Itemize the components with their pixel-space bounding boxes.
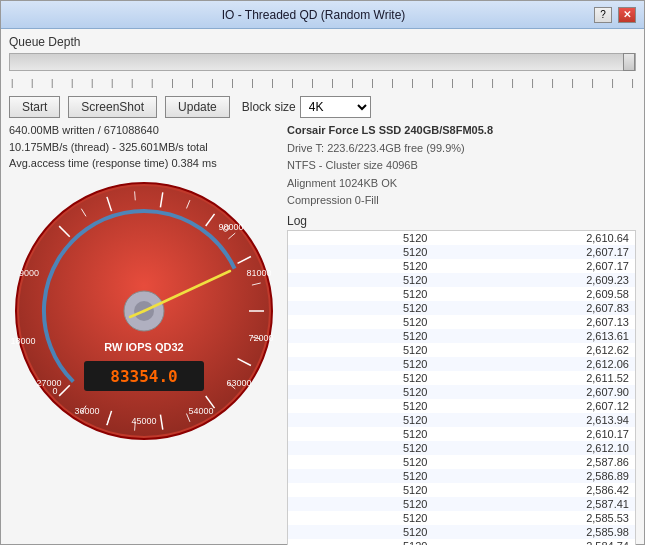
log-col1: 5120	[288, 301, 439, 315]
log-col1: 5120	[288, 245, 439, 259]
log-row: 51202,587.41	[288, 497, 635, 511]
gauge-svg: 0 0 9000 18000 27000	[9, 176, 279, 446]
queue-depth-slider[interactable]	[9, 53, 636, 71]
queue-depth-section: Queue Depth | | | | | | | | | | | | | | …	[9, 35, 636, 88]
log-col1: 5120	[288, 455, 439, 469]
log-col2: 2,587.86	[439, 455, 635, 469]
stat-avg-access: Avg.access time (response time) 0.384 ms	[9, 155, 279, 172]
log-col2: 2,587.41	[439, 497, 635, 511]
log-col2: 2,612.10	[439, 441, 635, 455]
log-row: 51202,611.52	[288, 371, 635, 385]
svg-text:9000: 9000	[19, 268, 39, 278]
log-row: 51202,612.62	[288, 343, 635, 357]
log-table: 51202,610.6451202,607.1751202,607.175120…	[288, 231, 635, 545]
help-button[interactable]: ?	[594, 7, 612, 23]
log-col1: 5120	[288, 329, 439, 343]
log-col1: 5120	[288, 385, 439, 399]
log-row: 51202,587.86	[288, 455, 635, 469]
log-col2: 2,612.62	[439, 343, 635, 357]
slider-container	[9, 51, 636, 76]
log-col1: 5120	[288, 231, 439, 245]
log-col1: 5120	[288, 525, 439, 539]
log-col1: 5120	[288, 441, 439, 455]
content-area: Queue Depth | | | | | | | | | | | | | | …	[1, 29, 644, 545]
log-col2: 2,613.61	[439, 329, 635, 343]
log-row: 51202,612.06	[288, 357, 635, 371]
log-col1: 5120	[288, 427, 439, 441]
log-row: 51202,586.42	[288, 483, 635, 497]
log-row: 51202,607.12	[288, 399, 635, 413]
block-size-group: Block size 4K 512 1K 2K 8K 16K 32K 64K 1…	[242, 96, 371, 118]
log-col2: 2,613.94	[439, 413, 635, 427]
title-bar: IO - Threaded QD (Random Write) ? ✕	[1, 1, 644, 29]
svg-text:83354.0: 83354.0	[110, 367, 177, 386]
queue-depth-label: Queue Depth	[9, 35, 636, 49]
log-col2: 2,607.17	[439, 245, 635, 259]
right-panel: Corsair Force LS SSD 240GB/S8FM05.8 Driv…	[287, 122, 636, 545]
log-row: 51202,607.17	[288, 259, 635, 273]
main-window: IO - Threaded QD (Random Write) ? ✕ Queu…	[0, 0, 645, 545]
log-row: 51202,586.89	[288, 469, 635, 483]
log-col2: 2,610.17	[439, 427, 635, 441]
log-col2: 2,607.12	[439, 399, 635, 413]
svg-text:36000: 36000	[74, 406, 99, 416]
drive-compression: Compression 0-Fill	[287, 192, 636, 210]
main-area: 640.00MB written / 671088640 10.175MB/s …	[9, 122, 636, 545]
log-col1: 5120	[288, 413, 439, 427]
left-panel: 640.00MB written / 671088640 10.175MB/s …	[9, 122, 279, 545]
screenshot-button[interactable]: ScreenShot	[68, 96, 157, 118]
log-col2: 2,609.58	[439, 287, 635, 301]
log-col2: 2,607.90	[439, 385, 635, 399]
svg-text:63000: 63000	[226, 378, 251, 388]
log-col1: 5120	[288, 273, 439, 287]
log-row: 51202,610.64	[288, 231, 635, 245]
close-button[interactable]: ✕	[618, 7, 636, 23]
drive-info: Corsair Force LS SSD 240GB/S8FM05.8 Driv…	[287, 122, 636, 210]
log-table-wrapper[interactable]: 51202,610.6451202,607.1751202,607.175120…	[287, 230, 636, 545]
log-col1: 5120	[288, 399, 439, 413]
svg-text:45000: 45000	[131, 416, 156, 426]
svg-text:RW IOPS QD32: RW IOPS QD32	[104, 341, 183, 353]
log-row: 51202,607.17	[288, 245, 635, 259]
log-section: Log 51202,610.6451202,607.1751202,607.17…	[287, 214, 636, 545]
log-col1: 5120	[288, 357, 439, 371]
log-col2: 2,611.52	[439, 371, 635, 385]
log-col2: 2,610.64	[439, 231, 635, 245]
block-size-select[interactable]: 4K 512 1K 2K 8K 16K 32K 64K 128K	[300, 96, 371, 118]
log-col2: 2,584.74	[439, 539, 635, 545]
update-button[interactable]: Update	[165, 96, 230, 118]
log-row: 51202,609.23	[288, 273, 635, 287]
stat-throughput: 10.175MB/s (thread) - 325.601MB/s total	[9, 139, 279, 156]
log-col1: 5120	[288, 497, 439, 511]
log-col2: 2,586.89	[439, 469, 635, 483]
log-row: 51202,613.61	[288, 329, 635, 343]
log-row: 51202,612.10	[288, 441, 635, 455]
log-col2: 2,607.83	[439, 301, 635, 315]
log-row: 51202,585.53	[288, 511, 635, 525]
slider-ticks: | | | | | | | | | | | | | | | | | | | |	[9, 78, 636, 88]
svg-text:27000: 27000	[36, 378, 61, 388]
svg-text:90000: 90000	[218, 222, 243, 232]
svg-text:18000: 18000	[10, 336, 35, 346]
title-bar-controls: ? ✕	[594, 7, 636, 23]
log-row: 51202,607.13	[288, 315, 635, 329]
log-col2: 2,585.98	[439, 525, 635, 539]
log-col2: 2,609.23	[439, 273, 635, 287]
controls-row: Start ScreenShot Update Block size 4K 51…	[9, 96, 636, 118]
stats-text: 640.00MB written / 671088640 10.175MB/s …	[9, 122, 279, 172]
log-row: 51202,607.83	[288, 301, 635, 315]
log-col1: 5120	[288, 343, 439, 357]
log-row: 51202,585.98	[288, 525, 635, 539]
log-col2: 2,612.06	[439, 357, 635, 371]
start-button[interactable]: Start	[9, 96, 60, 118]
log-row: 51202,609.58	[288, 287, 635, 301]
log-col1: 5120	[288, 539, 439, 545]
log-col1: 5120	[288, 259, 439, 273]
svg-text:81000: 81000	[246, 268, 271, 278]
drive-fs: NTFS - Cluster size 4096B	[287, 157, 636, 175]
svg-text:72000: 72000	[248, 333, 273, 343]
log-row: 51202,607.90	[288, 385, 635, 399]
log-col1: 5120	[288, 469, 439, 483]
svg-text:54000: 54000	[188, 406, 213, 416]
window-title: IO - Threaded QD (Random Write)	[33, 8, 594, 22]
